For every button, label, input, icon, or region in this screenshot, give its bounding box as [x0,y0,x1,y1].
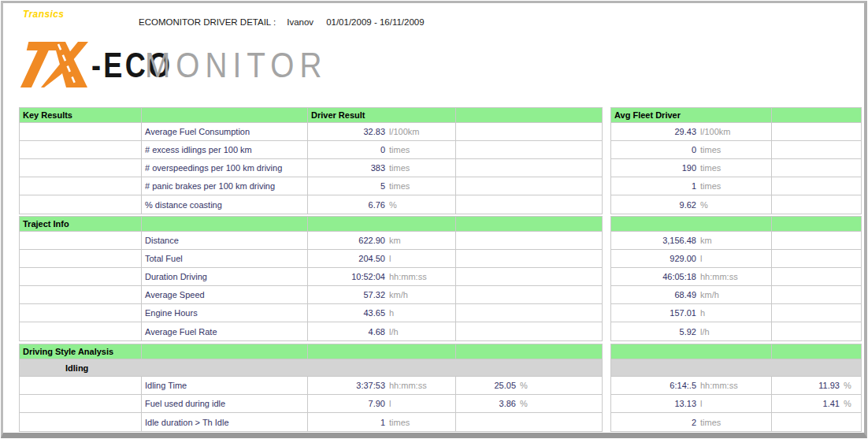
column-header-avg-fleet-driver: Avg Fleet Driver [611,108,772,122]
driver-unit: times [385,181,410,191]
subsection-title: Idling [65,363,88,373]
table-row: 3,156.48km [611,232,861,250]
driver-unit: km [385,236,401,245]
report-period: 01/01/2009 - 16/11/2009 [326,17,424,27]
fleet-unit: hh:mm:ss [696,272,738,281]
table-row: 46:05:18hh:mm:ss [611,268,861,286]
row-label: Duration Driving [145,272,207,281]
driving-style-block: Driving Style Analysis Idling Idling Tim… [19,344,603,432]
fleet-value: 29.43 [614,127,696,136]
fleet-value: 929.00 [614,254,696,263]
table-row: 0times [611,141,861,159]
driver-table: Key Results Driver Result Average Fuel C… [19,107,603,432]
empty-cell [142,108,308,122]
fleet-percent: 1.41 [775,399,840,408]
row-label: Total Fuel [145,254,183,263]
table-row: Fuel used during idle 7.90l 3.86% [20,395,602,413]
table-row: 6:14:.5hh:mm:ss 11.93% [611,377,861,395]
fleet-unit: km [696,236,712,245]
driver-value: 43.65 [311,308,385,318]
driver-percent-unit: % [516,381,528,390]
fleet-value: 3,156.48 [614,236,696,245]
fleet-table: Avg Fleet Driver 29.43l/100km 0times 190… [610,107,862,432]
table-row: Distance 622.90km [20,232,602,250]
table-row: 157.01h [611,304,861,322]
driver-unit: l [385,399,391,408]
section-header-driving-style: Driving Style Analysis [20,344,602,359]
fleet-value: 46:05:18 [614,272,696,281]
fleet-unit: hh:mm:ss [696,381,738,390]
row-label: Average Speed [145,290,205,299]
empty-cell [456,108,602,122]
row-label: Average Fuel Rate [145,327,217,337]
fleet-traject-info-block: 3,156.48km 929.00l 46:05:18hh:mm:ss 68.4… [610,216,862,341]
driver-unit: % [385,200,397,210]
fleet-key-results-block: Avg Fleet Driver 29.43l/100km 0times 190… [610,107,862,214]
fleet-value: 157.01 [614,308,696,318]
table-row: Average Fuel Rate 4.68l/h [20,322,602,340]
fleet-unit: l [696,399,702,408]
fleet-unit: times [696,181,721,191]
row-label: % distance coasting [145,200,222,210]
report-driver-name: Ivanov [287,17,313,27]
driver-percent: 25.05 [459,381,516,390]
driver-percent-unit: % [516,399,528,408]
fleet-value: 6:14:.5 [614,381,696,390]
table-row: Idling Time 3:37:53hh:mm:ss 25.05% [20,377,602,395]
table-row: 68.49km/h [611,286,861,304]
driver-unit: times [385,163,410,173]
report-header: ECOMONITOR DRIVER DETAIL :Ivanov01/01/20… [139,17,425,27]
row-label: Idling Time [145,381,187,390]
driver-value: 32.83 [311,127,385,136]
fleet-unit: l/h [696,327,710,337]
table-row: % distance coasting 6.76% [20,195,602,214]
fleet-unit: l/100km [696,127,731,136]
section-title: Driving Style Analysis [20,344,142,359]
driver-percent: 3.86 [459,399,516,408]
fleet-unit: times [696,418,721,427]
report-title: ECOMONITOR DRIVER DETAIL : [139,17,276,27]
row-label: # overspeedings per 100 km driving [145,163,282,173]
report-window: Transics ECOMONITOR DRIVER DETAIL :Ivano… [1,1,867,438]
driver-unit: hh:mm:ss [385,381,427,390]
table-row: 13.13l 1.41% [611,395,861,413]
key-results-block: Key Results Driver Result Average Fuel C… [19,107,603,214]
fleet-value: 13.13 [614,399,696,408]
table-row: # overspeedings per 100 km driving 383ti… [20,159,602,177]
row-label: Engine Hours [145,308,198,318]
section-title: Key Results [20,108,142,122]
fleet-unit: times [696,163,721,173]
driver-value: 7.90 [311,399,385,408]
table-row: Duration Driving 10:52:04hh:mm:ss [20,268,602,286]
row-label: Fuel used during idle [145,399,225,408]
fleet-value: 1 [614,181,696,191]
section-header-blank [611,344,861,359]
table-row: # panic brakes per 100 km driving 5times [20,177,602,195]
fleet-driving-style-block: 6:14:.5hh:mm:ss 11.93% 13.13l 1.41% 2tim… [610,344,862,432]
traject-info-block: Traject Info Distance 622.90km Total Fue… [19,216,603,341]
driver-unit: l/h [385,327,399,337]
table-row: Total Fuel 204.50l [20,250,602,268]
driver-unit: times [385,418,410,427]
table-row: 1times [611,177,861,195]
section-title: Traject Info [20,217,142,231]
section-header-blank [611,217,861,232]
fleet-unit: h [696,308,705,318]
driver-unit: km/h [385,290,408,299]
table-row: 190times [611,159,861,177]
fleet-value: 5.92 [614,327,696,337]
table-row: Engine Hours 43.65h [20,304,602,322]
driver-value: 6.76 [311,200,385,210]
row-label: Distance [145,236,179,245]
fleet-value: 0 [614,145,696,154]
fleet-unit: % [696,200,708,210]
fleet-value: 190 [614,163,696,173]
report-tables: Key Results Driver Result Average Fuel C… [19,107,862,432]
table-row: 9.62% [611,195,861,214]
table-row: # excess idlings per 100 km 0times [20,141,602,159]
fleet-percent: 11.93 [775,381,840,390]
brand-transics: Transics [23,9,64,20]
driver-value: 204.50 [311,254,385,263]
table-row: 29.43l/100km [611,123,861,141]
driver-unit: h [385,308,394,318]
